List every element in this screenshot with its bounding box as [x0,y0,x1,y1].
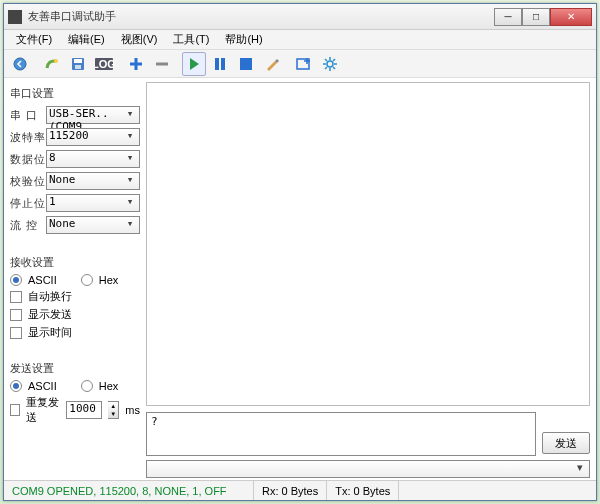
content: 串口设置 串 口USB-SER..(COM9 波特率115200 数据位8 校验… [4,78,596,480]
recv-hex-label: Hex [99,274,119,286]
parity-select[interactable]: None [46,172,140,190]
show-send-check[interactable] [10,309,22,321]
menu-tool[interactable]: 工具(T) [165,30,217,49]
play-icon[interactable] [182,52,206,76]
svg-point-11 [327,61,333,67]
show-send-label: 显示发送 [28,307,72,322]
svg-point-0 [14,58,26,70]
maximize-button[interactable]: □ [522,8,550,26]
send-hex-radio[interactable] [81,380,93,392]
repeat-check[interactable] [10,404,20,416]
send-hex-label: Hex [99,380,119,392]
port-label: 串 口 [10,108,46,123]
flow-select[interactable]: None [46,216,140,234]
parity-label: 校验位 [10,174,46,189]
show-time-check[interactable] [10,327,22,339]
statusbar: COM9 OPENED, 115200, 8, NONE, 1, OFF Rx:… [4,480,596,500]
recv-ascii-radio[interactable] [10,274,22,286]
brush-icon[interactable] [260,52,284,76]
window-title: 友善串口调试助手 [28,9,494,24]
connect-icon[interactable] [40,52,64,76]
status-rx: Rx: 0 Bytes [254,481,327,500]
minimize-button[interactable]: ─ [494,8,522,26]
stopbits-select[interactable]: 1 [46,194,140,212]
databits-label: 数据位 [10,152,46,167]
menu-edit[interactable]: 编辑(E) [60,30,113,49]
recv-section-title: 接收设置 [10,255,140,270]
add-rect-icon[interactable] [292,52,316,76]
send-ascii-radio[interactable] [10,380,22,392]
svg-text:LOG: LOG [94,58,114,70]
main: ? 发送 [146,78,596,480]
svg-rect-8 [221,58,225,70]
gear-icon[interactable] [318,52,342,76]
menu-view[interactable]: 视图(V) [113,30,166,49]
log-icon[interactable]: LOG [92,52,116,76]
repeat-label: 重复发送 [26,395,61,425]
minus-icon[interactable] [150,52,174,76]
send-ascii-label: ASCII [28,380,57,392]
app-window: 友善串口调试助手 ─ □ ✕ 文件(F) 编辑(E) 视图(V) 工具(T) 帮… [3,3,597,501]
svg-rect-9 [240,58,252,70]
serial-section-title: 串口设置 [10,86,140,101]
plus-icon[interactable] [124,52,148,76]
send-section-title: 发送设置 [10,361,140,376]
titlebar: 友善串口调试助手 ─ □ ✕ [4,4,596,30]
save-icon[interactable] [66,52,90,76]
app-icon [8,10,22,24]
send-textarea[interactable]: ? [146,412,536,456]
interval-spinner[interactable]: ▲▼ [108,401,119,419]
window-buttons: ─ □ ✕ [494,8,592,26]
svg-rect-7 [215,58,219,70]
close-button[interactable]: ✕ [550,8,592,26]
baud-label: 波特率 [10,130,46,145]
interval-input[interactable]: 1000 [66,401,102,419]
show-time-label: 显示时间 [28,325,72,340]
receive-textarea[interactable] [146,82,590,406]
svg-rect-3 [74,59,82,63]
back-icon[interactable] [8,52,32,76]
recv-hex-radio[interactable] [81,274,93,286]
toolbar: LOG [4,50,596,78]
sidebar: 串口设置 串 口USB-SER..(COM9 波特率115200 数据位8 校验… [4,78,146,480]
flow-label: 流 控 [10,218,46,233]
pause-icon[interactable] [208,52,232,76]
status-tx: Tx: 0 Bytes [327,481,399,500]
stopbits-label: 停止位 [10,196,46,211]
send-button[interactable]: 发送 [542,432,590,454]
history-combo[interactable] [146,460,590,478]
baud-select[interactable]: 115200 [46,128,140,146]
svg-point-1 [54,59,58,63]
menu-file[interactable]: 文件(F) [8,30,60,49]
status-connection: COM9 OPENED, 115200, 8, NONE, 1, OFF [4,481,254,500]
svg-rect-4 [75,65,81,69]
recv-ascii-label: ASCII [28,274,57,286]
menu-help[interactable]: 帮助(H) [217,30,270,49]
menubar: 文件(F) 编辑(E) 视图(V) 工具(T) 帮助(H) [4,30,596,50]
interval-unit: ms [125,404,140,416]
databits-select[interactable]: 8 [46,150,140,168]
wrap-label: 自动换行 [28,289,72,304]
stop-icon[interactable] [234,52,258,76]
port-select[interactable]: USB-SER..(COM9 [46,106,140,124]
wrap-check[interactable] [10,291,22,303]
